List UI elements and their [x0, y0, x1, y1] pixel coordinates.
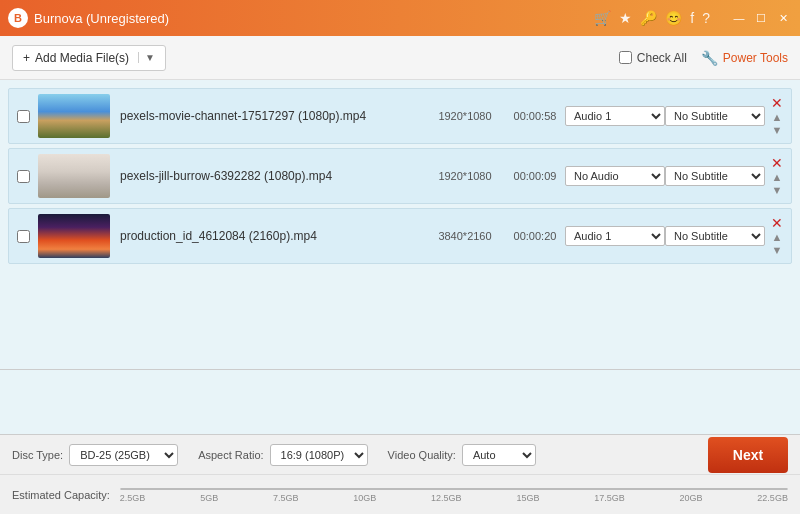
sort-up-0[interactable]: ▲ [772, 112, 783, 123]
video-quality-select[interactable]: AutoHighMediumLow [462, 444, 536, 466]
power-tools-button[interactable]: 🔧 Power Tools [701, 50, 788, 66]
dropdown-arrow-icon: ▼ [138, 52, 155, 63]
row-audio-2: Audio 1No AudioAudio 2 [565, 226, 665, 246]
toolbar: + Add Media File(s) ▼ Check All 🔧 Power … [0, 36, 800, 80]
subtitle-select-0[interactable]: No SubtitleSubtitle 1 [665, 106, 765, 126]
capacity-tick-label: 22.5GB [757, 493, 788, 503]
row-thumbnail-0 [38, 94, 110, 138]
add-media-button[interactable]: + Add Media File(s) ▼ [12, 45, 166, 71]
media-row: production_id_4612084 (2160p).mp4 3840*2… [8, 208, 792, 264]
settings-row: Disc Type: BD-25 (25GB)BD-50 (50GB)DVD-5… [0, 435, 800, 475]
facebook-icon[interactable]: f [690, 10, 694, 26]
window-controls: — ☐ ✕ [730, 9, 792, 27]
aspect-ratio-group: Aspect Ratio: 16:9 (1080P)4:316:9 (720P) [198, 444, 367, 466]
capacity-section: 2.5GB5GB7.5GB10GB12.5GB15GB17.5GB20GB22.… [120, 488, 788, 503]
delete-button-0[interactable]: ✕ [771, 96, 783, 110]
row-duration-1: 00:00:09 [505, 170, 565, 182]
row-filename-1: pexels-jill-burrow-6392282 (1080p).mp4 [120, 169, 425, 183]
row-resolution-1: 1920*1080 [425, 170, 505, 182]
row-actions-1: ✕ ▲ ▼ [771, 156, 783, 196]
row-resolution-2: 3840*2160 [425, 230, 505, 242]
row-thumbnail-1 [38, 154, 110, 198]
row-filename-2: production_id_4612084 (2160p).mp4 [120, 229, 425, 243]
star-icon[interactable]: ★ [619, 10, 632, 26]
subtitle-select-2[interactable]: No SubtitleSubtitle 1 [665, 226, 765, 246]
capacity-row: Estimated Capacity: 2.5GB5GB7.5GB10GB12.… [0, 475, 800, 514]
aspect-ratio-select[interactable]: 16:9 (1080P)4:316:9 (720P) [270, 444, 368, 466]
capacity-tick-label: 17.5GB [594, 493, 625, 503]
face-icon[interactable]: 😊 [665, 10, 682, 26]
media-row: pexels-movie-channet-17517297 (1080p).mp… [8, 88, 792, 144]
check-all-label: Check All [637, 51, 687, 65]
row-resolution-0: 1920*1080 [425, 110, 505, 122]
capacity-tick-label: 7.5GB [273, 493, 299, 503]
row-subtitle-0: No SubtitleSubtitle 1 [665, 106, 765, 126]
row-audio-0: Audio 1No AudioAudio 2 [565, 106, 665, 126]
row-checkbox-1[interactable] [17, 170, 30, 183]
row-subtitle-2: No SubtitleSubtitle 1 [665, 226, 765, 246]
sort-down-1[interactable]: ▼ [772, 185, 783, 196]
sort-up-1[interactable]: ▲ [772, 172, 783, 183]
capacity-label: Estimated Capacity: [12, 489, 110, 501]
audio-select-1[interactable]: Audio 1No AudioAudio 2 [565, 166, 665, 186]
check-all-checkbox[interactable] [619, 51, 632, 64]
help-icon[interactable]: ? [702, 10, 710, 26]
app-logo: B [8, 8, 28, 28]
next-button[interactable]: Next [708, 437, 788, 473]
capacity-tick-label: 5GB [200, 493, 218, 503]
capacity-ticks: 2.5GB5GB7.5GB10GB12.5GB15GB17.5GB20GB22.… [120, 493, 788, 503]
wrench-icon: 🔧 [701, 50, 718, 66]
subtitle-select-1[interactable]: No SubtitleSubtitle 1 [665, 166, 765, 186]
row-duration-0: 00:00:58 [505, 110, 565, 122]
minimize-button[interactable]: — [730, 9, 748, 27]
row-checkbox-2[interactable] [17, 230, 30, 243]
row-audio-1: Audio 1No AudioAudio 2 [565, 166, 665, 186]
row-actions-0: ✕ ▲ ▼ [771, 96, 783, 136]
close-button[interactable]: ✕ [774, 9, 792, 27]
disc-type-select[interactable]: BD-25 (25GB)BD-50 (50GB)DVD-5 (4.7GB)DVD… [69, 444, 178, 466]
sort-up-2[interactable]: ▲ [772, 232, 783, 243]
power-tools-label: Power Tools [723, 51, 788, 65]
media-list: pexels-movie-channet-17517297 (1080p).mp… [0, 80, 800, 370]
maximize-button[interactable]: ☐ [752, 9, 770, 27]
disc-type-label: Disc Type: [12, 449, 63, 461]
row-thumbnail-2 [38, 214, 110, 258]
video-quality-label: Video Quality: [388, 449, 456, 461]
capacity-tick-label: 12.5GB [431, 493, 462, 503]
row-filename-0: pexels-movie-channet-17517297 (1080p).mp… [120, 109, 425, 123]
delete-button-1[interactable]: ✕ [771, 156, 783, 170]
capacity-tick-label: 15GB [516, 493, 539, 503]
disc-type-group: Disc Type: BD-25 (25GB)BD-50 (50GB)DVD-5… [12, 444, 178, 466]
add-media-label: Add Media File(s) [35, 51, 129, 65]
check-all-control[interactable]: Check All [619, 51, 687, 65]
plus-icon: + [23, 51, 30, 65]
bottom-bar: Disc Type: BD-25 (25GB)BD-50 (50GB)DVD-5… [0, 434, 800, 514]
app-title: Burnova (Unregistered) [34, 11, 594, 26]
capacity-tick-label: 20GB [680, 493, 703, 503]
audio-select-2[interactable]: Audio 1No AudioAudio 2 [565, 226, 665, 246]
delete-button-2[interactable]: ✕ [771, 216, 783, 230]
sort-down-0[interactable]: ▼ [772, 125, 783, 136]
key-icon[interactable]: 🔑 [640, 10, 657, 26]
titlebar: B Burnova (Unregistered) 🛒 ★ 🔑 😊 f ? — ☐… [0, 0, 800, 36]
row-duration-2: 00:00:20 [505, 230, 565, 242]
capacity-bar [120, 488, 788, 490]
capacity-tick-label: 2.5GB [120, 493, 146, 503]
video-quality-group: Video Quality: AutoHighMediumLow [388, 444, 536, 466]
row-checkbox-0[interactable] [17, 110, 30, 123]
sort-down-2[interactable]: ▼ [772, 245, 783, 256]
title-icons: 🛒 ★ 🔑 😊 f ? [594, 10, 710, 26]
aspect-ratio-label: Aspect Ratio: [198, 449, 263, 461]
row-subtitle-1: No SubtitleSubtitle 1 [665, 166, 765, 186]
toolbar-right: Check All 🔧 Power Tools [619, 50, 788, 66]
row-actions-2: ✕ ▲ ▼ [771, 216, 783, 256]
capacity-tick-label: 10GB [353, 493, 376, 503]
audio-select-0[interactable]: Audio 1No AudioAudio 2 [565, 106, 665, 126]
cart-icon[interactable]: 🛒 [594, 10, 611, 26]
media-row: pexels-jill-burrow-6392282 (1080p).mp4 1… [8, 148, 792, 204]
